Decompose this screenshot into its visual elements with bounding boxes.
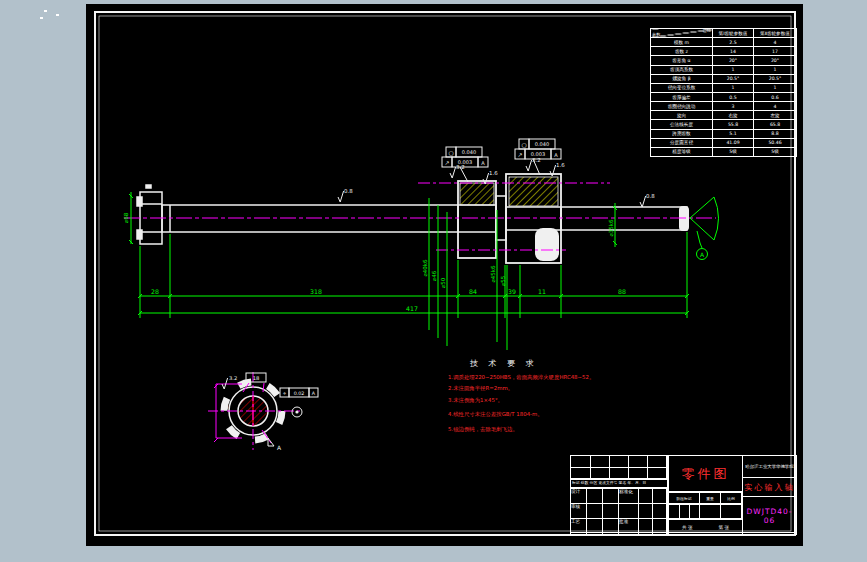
row-value: 0.6 xyxy=(754,92,797,101)
organization-name: 哈尔滨工业大学华德学院 xyxy=(742,455,797,478)
row-value: 20° xyxy=(713,56,754,65)
row-value: 5级 xyxy=(713,147,754,156)
design-label: 设计 xyxy=(571,489,587,504)
doc-type-cell: 零件图 xyxy=(668,455,743,492)
row-label: 径向变位系数 xyxy=(651,83,713,92)
tech-req-item: 4.线性尺寸未注公差按GB/T 1804-m。 xyxy=(448,412,633,417)
approve-label: 批准 xyxy=(619,519,639,535)
row-value: 2.5 xyxy=(713,38,754,47)
stage-label: 阶段标记 xyxy=(669,493,700,504)
table-header-diagonal: 齿轮 参数 xyxy=(651,29,713,38)
row-value: 20.5° xyxy=(713,74,754,83)
row-value: 4 xyxy=(754,38,797,47)
row-value: 8.8 xyxy=(754,129,797,138)
total-sheets: 共 张 xyxy=(682,525,693,530)
row-value: 1 xyxy=(713,83,754,92)
row-value: 17 xyxy=(754,47,797,56)
row-label: 齿圈径向跳动 xyxy=(651,102,713,111)
gear-parameter-table: 齿轮 参数 第Ⅰ齿轮参数值 第Ⅱ齿轮参数值 模数 m2.54 齿数 z1417 … xyxy=(650,28,796,157)
row-label: 旋向 xyxy=(651,111,713,120)
weight-label: 重量 xyxy=(700,493,721,504)
doc-type: 零件图 xyxy=(682,465,730,483)
row-value: 1 xyxy=(713,65,754,74)
stage-row: 阶段标记 重量 比例 xyxy=(668,492,743,504)
row-value: 3 xyxy=(713,102,754,111)
table-header-col2: 第Ⅱ齿轮参数值 xyxy=(754,29,797,38)
row-label: 分度圆直径 xyxy=(651,138,713,147)
row-value: 4 xyxy=(754,102,797,111)
row-value: 1 xyxy=(754,83,797,92)
standardization-label: 标准化 xyxy=(619,489,639,504)
table-row: 旋向右旋左旋 xyxy=(651,111,797,120)
table-row: 精度等级5级5级 xyxy=(651,147,797,156)
table-row: 模数 m2.54 xyxy=(651,38,797,47)
row-label: 齿数 z xyxy=(651,47,713,56)
tech-req-item: 2.未注圆角半径R=2mm。 xyxy=(448,386,633,391)
tech-req-item: 5.锐边倒钝，去除毛刺飞边。 xyxy=(448,427,633,432)
marks-row: 标记 处数 分区 更改文件号 签名 年、月、日 xyxy=(570,479,668,488)
page-number: 第 张 xyxy=(718,525,729,530)
part-name-cell: 实心输入轴 xyxy=(742,477,797,497)
cad-viewport: A 28 318 xyxy=(0,0,867,562)
row-value: 41.09 xyxy=(713,138,754,147)
screen-artifact xyxy=(40,17,43,19)
technical-requirements: 技 术 要 求 1.调质处理220~250HBS，齿面高频淬火硬度HRC48~5… xyxy=(448,358,633,432)
signature-grid: 设计 标准化 审核 工艺 批准 xyxy=(570,488,668,535)
stage-boxes xyxy=(668,504,743,519)
table-header-col1: 第Ⅰ齿轮参数值 xyxy=(713,29,754,38)
row-label: 跨测齿数 xyxy=(651,129,713,138)
screen-artifact xyxy=(44,10,47,12)
revision-table xyxy=(570,455,668,479)
row-label: 精度等级 xyxy=(651,147,713,156)
table-row: 齿圈径向跳动34 xyxy=(651,102,797,111)
table-row: 跨测齿数5.18.8 xyxy=(651,129,797,138)
row-value: 55.8 xyxy=(713,120,754,129)
table-row: 分度圆直径41.0950.46 xyxy=(651,138,797,147)
table-row: 齿数 z1417 xyxy=(651,47,797,56)
screen-artifact xyxy=(56,14,59,16)
header-diag-bottom: 参数 xyxy=(652,33,660,38)
row-value: 5级 xyxy=(754,147,797,156)
sheet-count-row: 共 张 第 张 xyxy=(668,519,743,535)
title-block: 标记 处数 分区 更改文件号 签名 年、月、日 设计 标准化 审核 工艺 批准 … xyxy=(570,455,795,533)
row-value: 5.1 xyxy=(713,129,754,138)
check-label: 审核 xyxy=(571,504,587,519)
tech-req-item: 3.未注倒角为1×45°。 xyxy=(448,398,633,403)
tech-req-item: 1.调质处理220~250HBS，齿面高频淬火硬度HRC48~52。 xyxy=(448,375,633,380)
row-value: 右旋 xyxy=(713,111,754,120)
table-row: 螺旋角 β20.5°20.5° xyxy=(651,74,797,83)
row-value: 左旋 xyxy=(754,111,797,120)
table-row: 公法线长度55.865.8 xyxy=(651,120,797,129)
table-row: 齿顶高系数11 xyxy=(651,65,797,74)
drawing-number: DWJTD40-06 xyxy=(743,507,796,525)
tech-req-title: 技 术 要 求 xyxy=(470,358,633,369)
row-value: 14 xyxy=(713,47,754,56)
row-label: 齿顶高系数 xyxy=(651,65,713,74)
row-value: 1 xyxy=(754,65,797,74)
row-label: 螺旋角 β xyxy=(651,74,713,83)
header-diag-top: 齿轮 xyxy=(703,29,711,34)
part-name: 实心输入轴 xyxy=(745,482,795,493)
scale-label: 比例 xyxy=(721,493,742,504)
row-label: 公法线长度 xyxy=(651,120,713,129)
table-row: 齿厚偏差0.50.6 xyxy=(651,92,797,101)
row-value: 0.5 xyxy=(713,92,754,101)
row-label: 齿厚偏差 xyxy=(651,92,713,101)
row-label: 齿形角 α xyxy=(651,56,713,65)
row-value: 65.8 xyxy=(754,120,797,129)
row-value: 20° xyxy=(754,56,797,65)
drawing-number-cell: DWJTD40-06 xyxy=(742,496,797,535)
table-row: 齿形角 α20°20° xyxy=(651,56,797,65)
row-label: 模数 m xyxy=(651,38,713,47)
row-value: 50.46 xyxy=(754,138,797,147)
craft-label: 工艺 xyxy=(571,519,587,535)
table-row: 径向变位系数11 xyxy=(651,83,797,92)
row-value: 20.5° xyxy=(754,74,797,83)
